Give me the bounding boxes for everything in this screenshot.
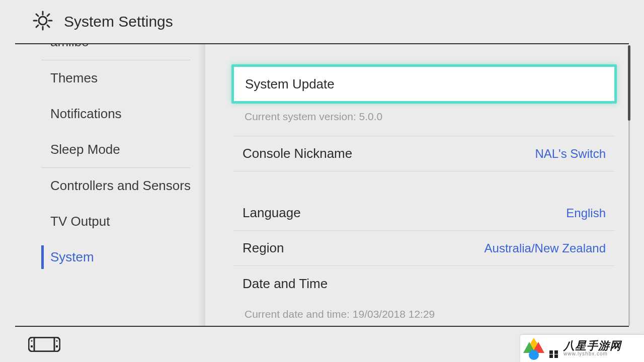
system-version-text: Current system version: 5.0.0 [233,104,615,136]
svg-line-5 [36,14,38,16]
watermark-title: 八星手游网 [564,340,644,351]
watermark-squares-icon [549,350,558,362]
footer-left [15,337,60,352]
sidebar-item-label: System [50,249,94,264]
scrollbar-thumb[interactable] [628,45,630,121]
sidebar: amiibo Themes Notifications Sleep Mode C… [0,44,205,326]
row-label: Date and Time [243,276,328,292]
sidebar-item-sleep-mode[interactable]: Sleep Mode [0,132,205,167]
row-language[interactable]: Language English [233,196,615,231]
sidebar-item-label: Controllers and Sensors [50,178,191,193]
sidebar-item-label: amiibo [50,44,89,49]
row-label: System Update [245,76,335,92]
row-value: Australia/New Zealand [485,241,606,255]
row-label: Console Nickname [243,146,352,161]
svg-line-8 [36,25,38,27]
sidebar-item-amiibo[interactable]: amiibo [0,44,205,60]
svg-rect-14 [56,345,58,347]
row-label: Region [243,240,284,256]
content-spacer [233,171,615,196]
row-system-update[interactable]: System Update [231,64,617,104]
date-time-text: Current date and time: 19/03/2018 12:29 [233,301,615,320]
sidebar-item-label: Themes [50,70,98,85]
watermark-url: www.lyshbx.com [564,351,644,357]
svg-line-6 [47,25,49,27]
svg-rect-13 [31,345,33,347]
watermark: 八星手游网 www.lyshbx.com [520,335,644,362]
sidebar-item-controllers-sensors[interactable]: Controllers and Sensors [0,168,205,204]
content-panel: System Update Current system version: 5.… [205,44,644,326]
svg-line-7 [47,14,49,16]
sidebar-item-label: Sleep Mode [50,142,120,157]
svg-rect-10 [34,337,54,351]
console-icon [28,337,60,352]
sidebar-shadow [198,44,205,326]
svg-rect-9 [29,337,60,351]
sidebar-item-notifications[interactable]: Notifications [0,96,205,132]
sidebar-item-label: Notifications [50,106,122,121]
sidebar-item-themes[interactable]: Themes [0,60,205,96]
row-value: NAL's Switch [535,147,606,161]
svg-point-0 [39,17,47,25]
content-scrollbar[interactable] [628,45,630,326]
header: System Settings [0,0,644,43]
sidebar-item-system[interactable]: System [0,239,205,275]
svg-point-15 [529,350,539,360]
svg-point-11 [31,340,32,341]
settings-gear-icon [33,11,53,33]
body: amiibo Themes Notifications Sleep Mode C… [0,44,644,326]
watermark-logo-icon [520,335,547,362]
row-console-nickname[interactable]: Console Nickname NAL's Switch [233,136,615,171]
page-title: System Settings [64,13,173,30]
sidebar-item-tv-output[interactable]: TV Output [0,204,205,239]
row-label: Language [243,205,301,221]
svg-point-12 [56,340,57,341]
row-region[interactable]: Region Australia/New Zealand [233,231,615,266]
row-date-time[interactable]: Date and Time [233,266,615,301]
row-value: English [566,206,606,220]
sidebar-item-label: TV Output [50,214,110,229]
watermark-text: 八星手游网 www.lyshbx.com [564,340,644,357]
